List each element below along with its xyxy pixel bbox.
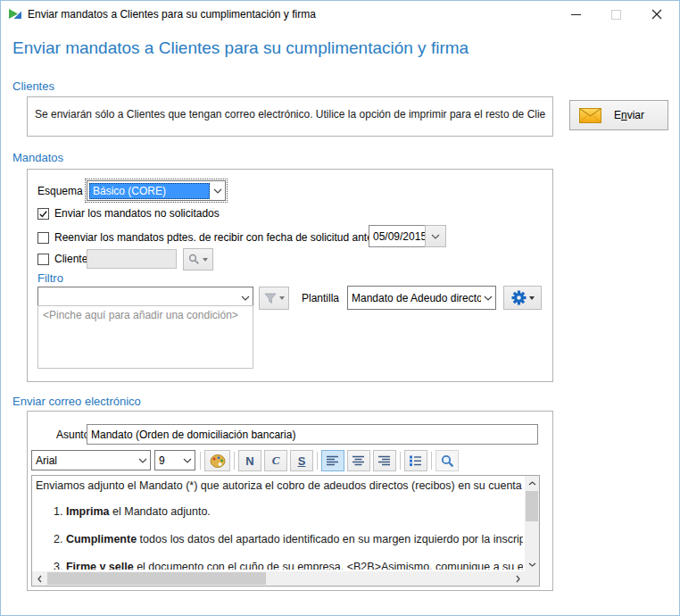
minimize-button[interactable] [556,1,596,28]
editor-list-item: 3. Firme y selle el documento con el cuñ… [54,561,523,570]
font-size-combobox[interactable]: 9 [154,450,195,470]
font-family-combobox[interactable]: Arial [31,450,151,470]
filtro-label: Filtro [37,271,63,285]
align-left-button[interactable] [321,450,344,471]
chevron-down-icon [431,234,440,239]
dialog-window: Enviar mandatos a Clientes para su cumpl… [0,0,680,616]
esquema-label: Esquema [37,185,83,197]
plantilla-combobox[interactable]: Mandato de Adeudo directo SEI [347,286,496,310]
chevron-down-icon [211,181,225,200]
checkbox-unchecked-icon [37,254,49,265]
toolbar-separator [317,452,318,470]
fecha-dropdown-button[interactable] [425,225,446,247]
close-icon [651,9,662,20]
plantilla-label: Plantilla [302,292,339,304]
cliente-search-button [183,248,213,271]
horizontal-scroll-thumb[interactable] [47,572,266,585]
clientes-info-text: Se enviarán sólo a Clientes que tengan c… [35,108,545,121]
esquema-combobox[interactable]: Básico (CORE) [87,180,226,201]
scroll-right-icon[interactable] [510,571,525,586]
email-body-editor[interactable]: Enviamos adjunto el Mandato (*) que auto… [31,475,540,587]
maximize-icon [611,10,621,20]
chevron-down-icon [136,451,150,470]
vertical-scroll-thumb[interactable] [526,491,538,521]
editor-paragraph: Enviamos adjunto el Mandato (*) que auto… [36,479,522,492]
align-right-icon [378,455,391,466]
scroll-left-icon[interactable] [32,571,46,586]
fecha-field[interactable]: 05/09/2015 [369,225,426,247]
checkbox-no-solicitados[interactable]: Enviar los mandatos no solicitados [37,207,220,220]
enviar-button[interactable]: Enviar [569,100,668,130]
underline-button[interactable]: S [290,450,313,471]
checkbox-checked-icon [37,208,49,220]
checkbox-cliente-label: Cliente [54,253,87,265]
envelope-icon [579,108,601,123]
section-label-clientes: Clientes [12,79,54,93]
asunto-value: Mandato (Orden de domiciliación bancaria… [87,429,299,441]
filter-apply-button [259,287,289,310]
enviar-button-label: Enviar [614,109,644,121]
toolbar-separator [234,452,235,470]
section-label-mandatos: Mandatos [12,151,63,164]
align-center-icon [352,455,365,466]
scroll-up-icon[interactable] [525,476,539,490]
toolbar-separator [431,452,432,470]
checkbox-no-solicitados-label: Enviar los mandatos no solicitados [54,207,220,220]
align-left-icon [327,455,339,466]
align-right-button[interactable] [373,450,396,471]
plantilla-settings-button[interactable] [503,286,542,310]
font-color-button[interactable] [204,450,230,471]
email-body-text: Enviamos adjunto el Mandato (*) que auto… [32,476,523,570]
italic-button[interactable]: C [264,450,287,471]
chevron-down-icon [279,296,285,300]
font-size-value: 9 [155,454,180,467]
filter-condition-placeholder: <Pinche aquí para añadir una condición> [38,306,253,324]
magnifier-icon [441,454,454,468]
checkbox-reenviar[interactable]: Reenviar los mandatos pdtes. de recibir … [37,231,397,244]
bold-button[interactable]: N [238,450,261,471]
plantilla-value: Mandato de Adeudo directo SEI [348,292,481,304]
checkbox-cliente[interactable]: Cliente [37,253,87,265]
fecha-value: 05/09/2015 [369,230,425,243]
bullet-list-button[interactable] [404,450,427,471]
gear-icon [511,290,527,305]
chevron-down-icon [180,451,195,470]
section-label-email: Enviar correo electrónico [12,395,141,408]
page-title: Enviar mandatos a Clientes para su cumpl… [12,38,469,58]
toolbar-separator [400,452,401,470]
window-title: Enviar mandatos a Clientes para su cumpl… [28,8,316,21]
vertical-scrollbar[interactable] [525,476,539,571]
checkbox-unchecked-icon [37,232,49,244]
funnel-icon [264,293,277,304]
horizontal-scrollbar[interactable] [32,571,525,586]
palette-icon [210,454,226,468]
toolbar-separator [200,452,201,470]
chevron-down-icon [481,287,495,309]
asunto-label: Asunto [56,429,89,441]
cliente-input [87,249,177,269]
checkbox-reenviar-label: Reenviar los mandatos pdtes. de recibir … [54,231,397,244]
bullet-list-icon [410,455,422,466]
align-center-button[interactable] [347,450,370,471]
editor-list-item: 1. Imprima el Mandato adjunto. [54,505,211,518]
search-icon [188,254,200,265]
title-bar: Enviar mandatos a Clientes para su cumpl… [1,1,679,28]
chevron-down-icon [203,258,208,262]
scroll-down-icon[interactable] [525,557,539,571]
scrollbar-corner [525,571,539,586]
preview-button[interactable] [435,450,459,471]
editor-list-item: 2. Cumplimente todos los datos del apart… [54,533,523,545]
font-family-value: Arial [32,454,136,467]
minimize-icon [571,14,581,15]
filter-condition-box[interactable]: <Pinche aquí para añadir una condición> [37,305,253,369]
maximize-button [596,1,636,28]
chevron-down-icon [529,296,535,300]
asunto-input[interactable]: Mandato (Orden de domiciliación bancaria… [87,424,538,445]
app-logo-icon [8,7,22,21]
close-button[interactable] [636,1,677,28]
esquema-value: Básico (CORE) [89,183,210,199]
